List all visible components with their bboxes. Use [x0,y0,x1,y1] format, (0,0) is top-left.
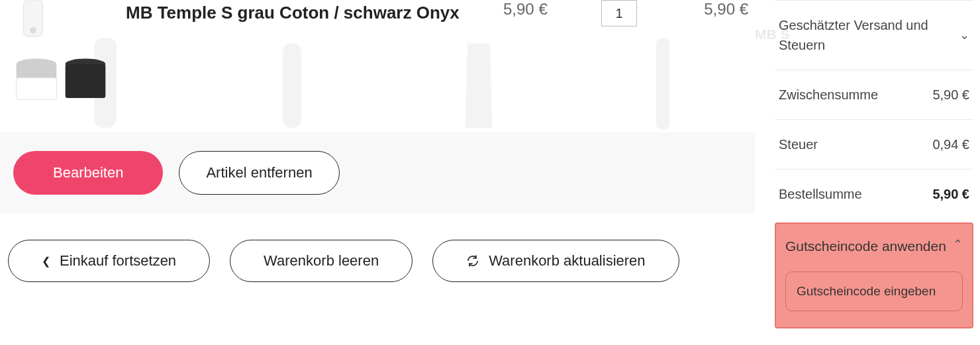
item-actions-row: Bearbeiten Artikel entfernen [0,132,755,213]
product-title: MB Temple S grau Coton / schwarz Onyx [126,0,503,25]
svg-rect-6 [17,64,57,78]
product-thumbnail [7,0,126,113]
continue-shopping-button[interactable]: ❮ Einkauf fortsetzen [8,240,210,282]
coupon-section: Gutscheincode anwenden ⌃ [775,222,973,328]
coupon-code-input[interactable] [785,271,963,311]
svg-rect-7 [17,78,57,100]
edit-button[interactable]: Bearbeiten [13,151,163,195]
clear-cart-button[interactable]: Warenkorb leeren [230,240,413,282]
chevron-down-icon: ⌄ [959,28,969,42]
remove-item-button[interactable]: Artikel entfernen [179,151,339,195]
cart-bottom-actions: ❮ Einkauf fortsetzen Warenkorb leeren Wa… [0,213,755,282]
chevron-up-icon: ⌃ [953,236,963,254]
update-cart-button[interactable]: Warenkorb aktualisieren [432,240,679,282]
summary-subtotal-row: Zwischensumme 5,90 € [775,70,973,119]
summary-sidebar: MB S Geschätzter Versand und Steuern ⌄ Z… [768,0,980,345]
unit-price: 5,90 € [503,0,576,19]
line-subtotal: 5,90 € [662,0,748,19]
chevron-left-icon: ❮ [42,255,50,268]
cart-item-row: MB Temple S grau Coton / schwarz Onyx 5,… [0,0,755,132]
svg-point-4 [30,27,36,34]
quantity-input[interactable] [601,0,637,26]
shipping-estimate-toggle[interactable]: Geschätzter Versand und Steuern ⌄ [775,0,973,70]
summary-tax-row: Steuer 0,94 € [775,119,973,169]
coupon-toggle[interactable]: Gutscheincode anwenden ⌃ [785,236,963,257]
summary-total-row: Bestellsumme 5,90 € [775,169,973,219]
continue-label: Einkauf fortsetzen [60,252,176,270]
refresh-icon [466,254,479,268]
update-label: Warenkorb aktualisieren [489,252,645,270]
svg-rect-9 [66,64,106,98]
